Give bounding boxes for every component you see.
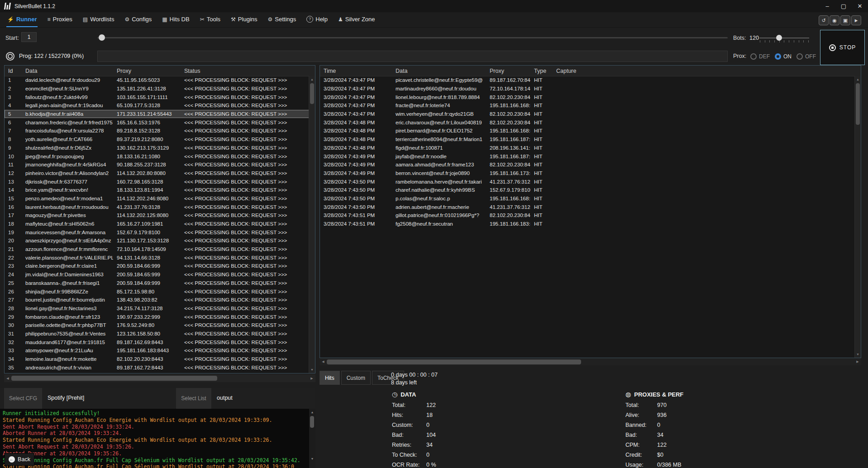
left-table-row[interactable]: 1david.leclech@neuf.fr:doudou2945.11.95.… <box>5 76 315 85</box>
hit-table-row[interactable]: 3/28/2024 7:43:47 PMmartinaudrey8660@neu… <box>320 85 861 93</box>
left-table-row[interactable]: 29fombaron.claude@neuf.fr:sfr123190.97.2… <box>5 312 315 321</box>
column-header-status[interactable]: Status <box>181 68 315 74</box>
scroll-left-arrow[interactable]: ◀ <box>5 374 11 382</box>
hit-table-row[interactable]: 3/28/2024 7:43:47 PMpicavet.christelle@n… <box>320 76 861 85</box>
menu-item-settings[interactable]: ⚙Settings <box>267 12 297 27</box>
left-table-row[interactable]: 16laurent.herbaut@neuf.fr:rroudoudou41.2… <box>5 203 315 211</box>
column-header-proxy[interactable]: Proxy <box>486 68 530 74</box>
menu-item-wordlists[interactable]: ▤Wordlists <box>82 12 115 27</box>
left-table-row[interactable]: 18maflyteuc@neuf.fr:sHI5062n6165.16.27.1… <box>5 220 315 228</box>
bots-slider[interactable] <box>759 32 809 45</box>
right-table-vscrollbar[interactable]: ▲ ▼ <box>854 76 861 358</box>
left-table-row[interactable]: 13djkrissk@neuf.fr:63776377160.72.98.165… <box>5 177 315 186</box>
hit-table-row[interactable]: 3/28/2024 7:43:51 PMfg2508@neuf.fr:secut… <box>320 220 861 228</box>
left-table-row[interactable]: 27bourrel.justin@neuf.fr:bourreljustin13… <box>5 296 315 304</box>
left-table-hscrollbar[interactable]: ◀ ▶ <box>4 374 315 382</box>
scroll-down-arrow[interactable]: ▼ <box>309 367 315 373</box>
hit-table-row[interactable]: 3/28/2024 7:43:50 PMp.colas@neuf.fr:salo… <box>320 194 861 203</box>
menu-item-proxies[interactable]: ≡Proxies <box>46 12 73 27</box>
scrollbar-thumb[interactable] <box>310 83 314 104</box>
menu-item-runner[interactable]: ⚡Runner <box>6 12 38 27</box>
hit-table-row[interactable]: 3/28/2024 7:43:47 PMlionel.lebourg@neuf.… <box>320 93 861 101</box>
scrollbar-thumb[interactable] <box>11 376 217 381</box>
left-table-row[interactable]: 33atomypower@neuf.fr:21LuAu195.181.166.1… <box>5 346 315 355</box>
left-table-row[interactable]: 22valerie.plansson@neuf.fr:VALERIE.PL94.… <box>5 253 315 262</box>
left-table-row[interactable]: 10jpeg@neuf.fr:poupoujpeg18.133.16.21:10… <box>5 152 315 161</box>
left-table-row[interactable]: 9shulzealrfed@neuf.fr:D6j5Zx130.162.213.… <box>5 144 315 152</box>
camera-icon[interactable]: ◉ <box>830 15 839 25</box>
column-header-type[interactable]: Type <box>530 68 553 74</box>
left-table-row[interactable]: 6charamon.frederic@neuf.fr:frfred1975165… <box>5 118 315 127</box>
scrollbar-thumb[interactable] <box>310 416 314 428</box>
scrollbar-thumb[interactable] <box>327 359 581 364</box>
left-table-row[interactable]: 4legall.jean-alain@neuf.fr:19cadou65.109… <box>5 101 315 110</box>
hit-table-row[interactable]: 3/28/2024 7:43:48 PMterriercatherine8094… <box>320 135 861 144</box>
column-header-proxy[interactable]: Proxy <box>113 68 181 74</box>
left-table-row[interactable]: 3falloutz@neuf.fr:Zuktd4v99103.165.155.1… <box>5 93 315 101</box>
scroll-right-arrow[interactable]: ▶ <box>854 358 861 365</box>
left-table-row[interactable]: 12pinheiro.victor@neuf.fr:Alisondylan211… <box>5 169 315 178</box>
right-table-hscrollbar[interactable]: ◀ ▶ <box>320 358 861 365</box>
left-table-row[interactable]: 17magouzy@neuf.fr:pivettes114.132.202.12… <box>5 211 315 220</box>
hit-table-row[interactable]: 3/28/2024 7:43:50 PMadrien.aubert@neuf.f… <box>320 203 861 211</box>
left-table-row[interactable]: 25baranskaanna-.@neuf.fr:frisegi1200.59.… <box>5 279 315 288</box>
left-table-row[interactable]: 23claire.bergeron@neuf.fr:claire1200.59.… <box>5 262 315 270</box>
left-table-row[interactable]: 11jmarnoneghhifa@neuf.fr:4r5kRGs490.188.… <box>5 161 315 169</box>
prox-radio-def[interactable]: DEF <box>750 53 770 60</box>
scroll-right-arrow[interactable]: ▶ <box>309 374 315 382</box>
left-table-row[interactable]: 26shinjia@neuf.fr:99B86llZZe85.172.15.98… <box>5 287 315 296</box>
hit-table-row[interactable]: 3/28/2024 7:43:50 PMrambelomanana.herve@… <box>320 177 861 186</box>
left-table-row[interactable]: 20anaeszkiprzygo@neuf.fr:stE6A4p0nz121.1… <box>5 236 315 245</box>
hit-table-row[interactable]: 3/28/2024 7:43:47 PMwim.verheyen@neuf.fr… <box>320 110 861 118</box>
slider-thumb[interactable] <box>99 34 105 41</box>
hit-table-row[interactable]: 3/28/2024 7:43:49 PMjayfab@neuf.fr:noodl… <box>320 152 861 161</box>
discord-icon[interactable]: ▣ <box>840 15 850 25</box>
column-header-capture[interactable]: Capture <box>553 68 861 74</box>
scroll-left-arrow[interactable]: ◀ <box>320 358 326 365</box>
scroll-down-arrow[interactable]: ▼ <box>309 456 315 462</box>
column-header-id[interactable]: Id <box>5 68 22 74</box>
history-icon[interactable]: ↺ <box>819 15 829 25</box>
close-button[interactable]: ✕ <box>852 0 868 12</box>
hit-table-row[interactable]: 3/28/2024 7:43:48 PMflgd@neuf.fr:1008712… <box>320 144 861 152</box>
hit-table-row[interactable]: 3/28/2024 7:43:48 PMpiret.bernard@neuf.f… <box>320 127 861 135</box>
left-table-row[interactable]: 5b.khodja@neuf.fr:aii408a171.233.151.214… <box>5 110 315 118</box>
scrollbar-thumb[interactable] <box>856 83 860 125</box>
scroll-up-arrow[interactable]: ▲ <box>309 409 315 415</box>
column-header-data[interactable]: Data <box>22 68 113 74</box>
left-table-row[interactable]: 19mauricevessen@neuf.fr:Amarsona152.67.9… <box>5 228 315 236</box>
scroll-down-arrow[interactable]: ▼ <box>855 351 861 357</box>
tab-custom[interactable]: Custom <box>341 371 371 385</box>
left-table-row[interactable]: 35andreasulrich@neuf.fr:vivian89.187.162… <box>5 363 315 372</box>
left-table-row[interactable]: 8yoth.aurelie@neuf.fr:CAT66689.37.219.21… <box>5 135 315 144</box>
scroll-up-arrow[interactable]: ▲ <box>855 76 861 82</box>
prox-radio-off[interactable]: OFF <box>796 53 816 60</box>
menu-item-tools[interactable]: ✂Tools <box>199 12 221 27</box>
left-table-row[interactable]: 7francoisdufau@neuf.fr:ursula227889.218.… <box>5 127 315 135</box>
left-table-row[interactable]: 15penzo.amedeo@neuf.fr:modena1114.132.20… <box>5 194 315 203</box>
minimize-button[interactable]: – <box>819 0 835 12</box>
menu-item-help[interactable]: ?Help <box>305 12 329 27</box>
left-table-row[interactable]: 21azzoun.florence@neuf.fr:mmflorenc72.10… <box>5 245 315 254</box>
hit-table-row[interactable]: 3/28/2024 7:43:47 PMfracte@neuf.fr:loter… <box>320 101 861 110</box>
left-table-vscrollbar[interactable]: ▲ ▼ <box>309 76 315 373</box>
start-position-slider[interactable] <box>97 33 728 42</box>
left-table-row[interactable]: 24jm.vidal@neuf.fr:Damienines1963200.59.… <box>5 270 315 279</box>
hit-table-row[interactable]: 3/28/2024 7:43:48 PMeric.chavaroux@neuf.… <box>320 118 861 127</box>
left-table-row[interactable]: 2eonmcllet@neuf.fr:SUnnY9135.181.226.41:… <box>5 85 315 93</box>
column-header-time[interactable]: Time <box>320 68 392 74</box>
left-table-row[interactable]: 31philippebruno7535@neuf.fr:Ventes123.12… <box>5 330 315 338</box>
hit-table-row[interactable]: 3/28/2024 7:43:50 PMcharef.nathalie@neuf… <box>320 186 861 194</box>
prox-radio-on[interactable]: ON <box>775 53 792 60</box>
bots-slider-thumb[interactable] <box>776 35 782 41</box>
column-header-data[interactable]: Data <box>392 68 486 74</box>
telegram-icon[interactable]: ► <box>851 15 861 25</box>
log-scrollbar[interactable]: ▲ ▼ <box>309 409 315 468</box>
hit-table-row[interactable]: 3/28/2024 7:43:49 PMaamara.ahmad@neuf.fr… <box>320 161 861 169</box>
menu-item-silver-zone[interactable]: ♟Silver Zone <box>337 12 376 27</box>
left-table-row[interactable]: 34lemoine.laura@neuf.fr:mokette82.102.20… <box>5 355 315 364</box>
start-input[interactable] <box>21 32 37 42</box>
maximize-button[interactable]: ▢ <box>835 0 852 12</box>
select-list-button[interactable]: Select List <box>176 388 211 409</box>
left-table-row[interactable]: 28lionel.gay@neuf.fr:Nectarines334.215.7… <box>5 304 315 313</box>
